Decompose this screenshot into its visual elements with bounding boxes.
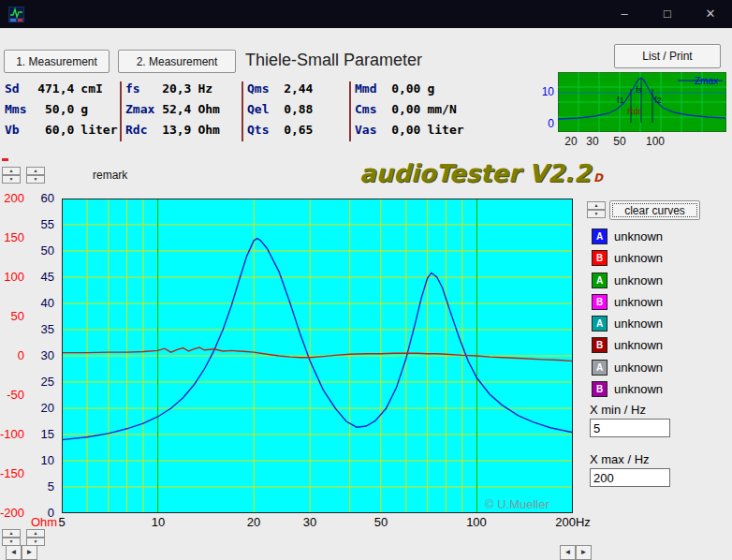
red-dash-mark	[2, 158, 8, 161]
spinner-down-button[interactable]: ▼	[26, 175, 45, 184]
outer-axis-tick--150: -150	[0, 466, 24, 481]
parameter-column-2: fs20,3HzZmax52,4OhmRdc13,9Ohm	[125, 79, 220, 140]
x-max-label: X max / Hz	[590, 452, 650, 466]
legend-item-5[interactable]: Aunknown	[592, 316, 663, 332]
x-max-input[interactable]	[590, 468, 670, 487]
x-min-input[interactable]	[590, 419, 670, 437]
measurement-2-button[interactable]: 2. Measurement	[118, 50, 236, 73]
x-scale-spinner-1[interactable]: ▲ ▼	[2, 529, 21, 546]
app-icon[interactable]	[8, 7, 24, 22]
scrollbar-left-arrow[interactable]: ◄	[6, 545, 22, 560]
mini-rdc-label: Rdc	[627, 107, 643, 116]
y-scale-spinner-2[interactable]: ▲ ▼	[26, 167, 45, 184]
outer-axis-tick-50: 50	[0, 309, 24, 324]
legend-curve-name: unknown	[614, 316, 663, 332]
spinner-down-button[interactable]: ▼	[2, 175, 21, 184]
list-print-button[interactable]: List / Print	[614, 44, 721, 68]
watermark: © U.Mueller	[485, 497, 549, 511]
maximize-button[interactable]: □	[646, 0, 689, 28]
outer-axis-tick-100: 100	[0, 270, 24, 285]
mini-ts-chart: Zmax f1 fs f2 Rdc	[558, 72, 726, 132]
spinner-up-button[interactable]: ▲	[2, 529, 21, 538]
ohm-axis-tick-20: 20	[29, 401, 54, 416]
legend-curve-name: unknown	[614, 228, 663, 244]
x-scale-spinner-2[interactable]: ▲ ▼	[26, 529, 45, 546]
param-rdc: Rdc13,9Ohm	[125, 120, 220, 140]
parameter-separator-2	[242, 81, 243, 141]
legend-item-4[interactable]: Bunknown	[592, 294, 663, 310]
legend-color-swatch[interactable]: B	[592, 381, 608, 397]
legend-color-swatch[interactable]: A	[592, 228, 608, 244]
legend-item-7[interactable]: Aunknown	[592, 360, 663, 376]
legend-item-1[interactable]: Aunknown	[592, 228, 663, 244]
legend-color-swatch[interactable]: B	[592, 294, 608, 310]
scrollbar-left-arrow[interactable]: ◄	[560, 545, 576, 560]
logo-main-text: audioTester V2.2	[359, 159, 591, 187]
audiotester-window: – □ ✕ 1. Measurement 2. Measurement Thie…	[0, 0, 732, 560]
outer-axis-tick--50: -50	[0, 388, 24, 403]
ohm-axis-tick-45: 45	[29, 270, 54, 285]
x-axis-tick-30: 30	[282, 515, 338, 530]
outer-axis-tick--200: -200	[0, 506, 24, 521]
spinner-up-button[interactable]: ▲	[2, 167, 21, 175]
ohm-axis-tick-15: 15	[29, 427, 54, 442]
legend-item-2[interactable]: Bunknown	[592, 250, 663, 266]
spinner-down-button[interactable]: ▼	[587, 210, 606, 218]
legend-color-swatch[interactable]: A	[592, 360, 608, 376]
close-button[interactable]: ✕	[689, 0, 732, 28]
mini-x-tick-100: 100	[644, 135, 666, 148]
main-chart: © U.Mueller	[62, 199, 573, 513]
x-axis-tick-10: 10	[130, 515, 186, 530]
x-axis-tick-5: 5	[34, 515, 90, 530]
mini-chart-y-tick-10: 10	[535, 85, 554, 98]
ohm-axis-tick-40: 40	[29, 296, 54, 311]
ohm-axis-tick-35: 35	[29, 322, 54, 337]
param-mms: Mms50,0g	[5, 99, 117, 120]
mini-x-tick-30: 30	[581, 135, 604, 148]
scrollbar-right-arrow[interactable]: ►	[22, 545, 37, 560]
x-axis-tick-100: 100	[448, 515, 505, 530]
mini-f2-label: f2	[654, 96, 662, 105]
legend-color-swatch[interactable]: B	[592, 337, 608, 353]
x-min-label: X min / Hz	[590, 403, 646, 417]
clear-curves-button[interactable]: clear curves	[609, 200, 700, 220]
mini-chart-y-tick-0: 0	[535, 117, 554, 130]
legend-color-swatch[interactable]: A	[592, 316, 608, 332]
legend-curve-name: unknown	[614, 250, 663, 266]
scrollbar-right-arrow[interactable]: ►	[576, 545, 592, 560]
x-axis-tick-200: 200Hz	[545, 515, 601, 530]
mini-fs-label: fs	[636, 85, 643, 95]
ohm-axis-tick-50: 50	[29, 243, 54, 258]
mini-x-tick-50: 50	[608, 135, 631, 148]
measurement-1-button[interactable]: 1. Measurement	[4, 50, 110, 73]
legend-curve-name: unknown	[614, 381, 663, 397]
param-sd: Sd471,4cmI	[5, 79, 117, 99]
spinner-up-button[interactable]: ▲	[587, 201, 606, 210]
ohm-axis-tick-10: 10	[29, 453, 54, 468]
remark-label: remark	[93, 169, 127, 182]
outer-axis-tick-150: 150	[0, 230, 24, 245]
mini-zmax-label: Zmax	[695, 76, 718, 86]
x-axis-tick-50: 50	[353, 515, 409, 530]
legend-item-3[interactable]: Aunknown	[592, 273, 663, 288]
minimize-button[interactable]: –	[603, 0, 646, 28]
curve-select-spinner[interactable]: ▲ ▼	[587, 201, 606, 218]
param-fs: fs20,3Hz	[125, 79, 220, 99]
legend-color-swatch[interactable]: A	[592, 273, 608, 288]
legend-curve-name: unknown	[614, 337, 663, 353]
param-vb: Vb60,0liter	[5, 120, 117, 140]
parameter-column-4: Mmd0,00gCms0,00mm/NVas0,00liter	[355, 79, 464, 140]
spinner-up-button[interactable]: ▲	[26, 529, 45, 538]
parameter-separator-1	[120, 81, 122, 141]
ohm-axis-tick-5: 5	[29, 479, 54, 494]
legend-color-swatch[interactable]: B	[592, 250, 608, 266]
mini-x-tick-20: 20	[560, 135, 582, 148]
parameter-column-1: Sd471,4cmIMms50,0gVb60,0liter	[5, 79, 117, 140]
spinner-up-button[interactable]: ▲	[26, 167, 45, 175]
legend-item-6[interactable]: Bunknown	[592, 337, 663, 353]
ohm-axis-tick-60: 60	[29, 191, 54, 206]
y-scale-spinner-1[interactable]: ▲ ▼	[2, 167, 21, 184]
param-qms: Qms2,44	[247, 79, 319, 99]
legend-item-8[interactable]: Bunknown	[592, 381, 663, 397]
param-qel: Qel0,88	[247, 99, 319, 120]
